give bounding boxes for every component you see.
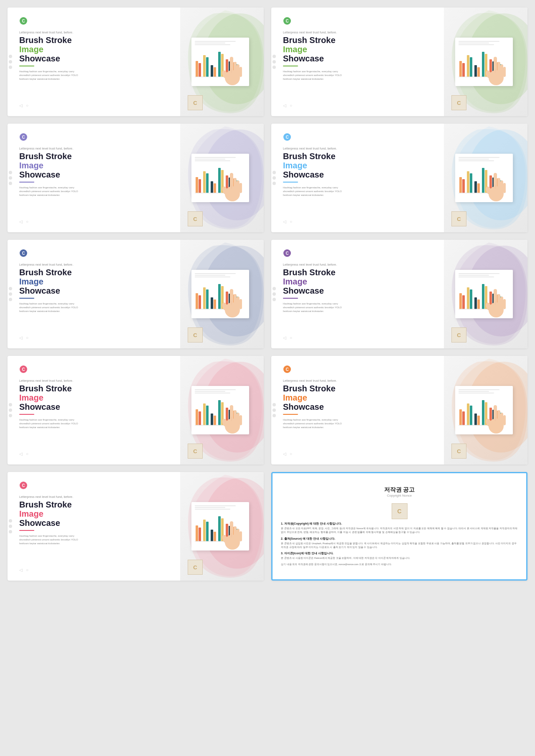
svg-rect-31 <box>477 67 480 77</box>
card-description: Hashtag fashion axe fingerstache, everyd… <box>19 534 86 545</box>
svg-rect-99 <box>211 297 213 309</box>
back-icon: ◁ <box>283 103 286 108</box>
card-bottom-icons: ◁ ○ <box>19 335 172 342</box>
side-icon <box>273 66 276 69</box>
svg-rect-3 <box>196 61 198 77</box>
card-bottom-icons: ◁ ○ <box>283 219 436 226</box>
card-divider <box>283 298 298 299</box>
svg-rect-166 <box>467 403 469 425</box>
svg-rect-189 <box>203 520 206 541</box>
svg-rect-143 <box>203 403 206 425</box>
back-icon: ◁ <box>283 335 286 340</box>
card-title-image: Image <box>283 161 436 170</box>
card-pretitle: Letterpress next level trust fund, befor… <box>283 31 436 34</box>
card-title-showcase: Showcase <box>19 286 172 295</box>
circle-icon: ○ <box>290 452 292 456</box>
copyright-section-3: 3. 아이콘(Icon)에 대한 안내 사항입니다. 본 콘텐츠 내 사용된 아… <box>281 551 518 560</box>
corner-logo: C <box>19 133 172 143</box>
back-icon: ◁ <box>283 452 286 456</box>
copyright-logo-letter: C <box>397 508 401 515</box>
svg-rect-29 <box>470 57 472 77</box>
svg-rect-191 <box>211 530 213 541</box>
back-icon: ◁ <box>19 568 23 572</box>
slide-card-9: C Letterpress next level trust fund, bef… <box>8 472 264 581</box>
card-description: Hashtag fashion axe fingerstache, everyd… <box>19 70 86 81</box>
card-description: Hashtag fashion axe fingerstache, everyd… <box>19 186 86 197</box>
svg-text:C: C <box>285 135 288 140</box>
copyright-section1-text: 본 콘텐츠 내 모든 자료(PPT, 제목, 문장, 사진, 그래픽 등)의 저… <box>281 527 518 534</box>
copyright-section1-title: 1. 저작권(Copyright) 에 대한 안내 사항입니다. <box>281 522 518 526</box>
svg-rect-187 <box>196 525 198 541</box>
card-title-showcase: Showcase <box>283 402 436 411</box>
side-icon <box>273 414 276 417</box>
svg-rect-204 <box>237 529 239 541</box>
card-title-brush-stroke: Brush Stroke <box>19 36 172 45</box>
side-icon <box>9 60 12 63</box>
card-bottom-icons: ◁ ○ <box>19 452 172 458</box>
card-title-showcase: Showcase <box>19 170 172 179</box>
copyright-title-block: 저작권 공고 Copyright Nonce <box>281 486 518 497</box>
copyright-section2-text: 본 콘텐츠 내 삽입된 사진은 Unsplash, Pixabay에서 제공한 … <box>281 542 518 549</box>
svg-rect-136 <box>503 299 506 309</box>
card-description: Hashtag fashion axe fingerstache, everyd… <box>283 186 350 197</box>
side-icon <box>9 66 12 69</box>
card-bottom-icons: ◁ ○ <box>283 452 436 458</box>
svg-rect-169 <box>477 416 480 425</box>
svg-text:C: C <box>22 135 25 140</box>
corner-logo: C <box>19 17 172 27</box>
side-icon <box>9 519 12 523</box>
svg-rect-158 <box>237 413 239 425</box>
svg-rect-159 <box>239 415 242 425</box>
card-title-brush-stroke: Brush Stroke <box>19 152 172 161</box>
svg-rect-90 <box>503 183 506 193</box>
card-title-image: Image <box>19 161 172 170</box>
svg-rect-73 <box>462 179 465 193</box>
svg-rect-20 <box>237 64 239 77</box>
corner-logo: C <box>283 365 436 375</box>
svg-rect-98 <box>206 289 209 309</box>
card-title-image: Image <box>19 277 172 286</box>
svg-rect-21 <box>239 67 242 77</box>
card-description: Hashtag fashion axe fingerstache, everyd… <box>19 418 86 429</box>
copyright-card: 저작권 공고 Copyright Nonce C 1. 저작권(Copyrigh… <box>271 472 527 581</box>
circle-icon: ○ <box>26 452 28 456</box>
card-title-brush-stroke: Brush Stroke <box>283 36 436 45</box>
svg-rect-65 <box>234 178 237 193</box>
svg-rect-49 <box>196 177 198 193</box>
svg-text:C: C <box>22 367 25 372</box>
card-pretitle: Letterpress next level trust fund, befor… <box>19 31 172 34</box>
card-divider <box>19 530 34 531</box>
svg-rect-167 <box>470 406 472 425</box>
card-title-image: Image <box>283 393 436 402</box>
side-icon <box>9 298 12 301</box>
card-title-image: Image <box>19 45 172 54</box>
back-icon: ◁ <box>19 452 23 456</box>
svg-rect-100 <box>214 299 216 309</box>
side-icon <box>9 55 12 58</box>
side-icon <box>273 171 276 174</box>
svg-rect-27 <box>462 63 465 77</box>
card-divider <box>283 66 298 66</box>
svg-rect-7 <box>211 65 213 77</box>
circle-icon: ○ <box>26 219 28 224</box>
side-icon <box>273 176 276 180</box>
svg-rect-190 <box>206 522 209 541</box>
side-icon <box>9 292 12 296</box>
svg-rect-118 <box>459 293 462 309</box>
card-title-showcase: Showcase <box>283 54 436 63</box>
svg-rect-168 <box>474 414 477 425</box>
main-grid: C Letterpress next level trust fund, bef… <box>0 0 535 588</box>
svg-rect-164 <box>459 409 462 425</box>
card-pretitle: Letterpress next level trust fund, befor… <box>19 147 172 150</box>
card-bottom-icons: ◁ ○ <box>19 568 172 574</box>
svg-rect-146 <box>214 416 216 425</box>
svg-rect-111 <box>234 294 237 309</box>
svg-text:C: C <box>285 367 288 372</box>
card-title-brush-stroke: Brush Stroke <box>19 500 172 509</box>
card-title-image: Image <box>19 509 172 518</box>
svg-rect-26 <box>459 61 462 77</box>
svg-text:C: C <box>285 251 288 256</box>
side-icon <box>273 298 276 301</box>
svg-rect-203 <box>234 526 237 541</box>
card-pretitle: Letterpress next level trust fund, befor… <box>19 379 172 382</box>
